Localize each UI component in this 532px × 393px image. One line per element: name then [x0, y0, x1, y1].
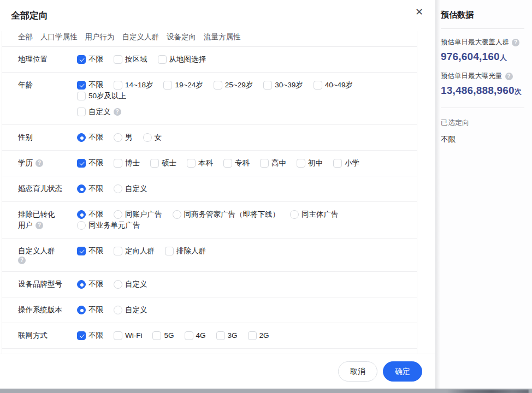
radio-checked-icon [77, 184, 86, 193]
radio-icon [114, 133, 122, 142]
option-label: 25~29岁 [225, 80, 253, 91]
radio-checked-icon [77, 210, 86, 219]
option-checkbox[interactable]: 从地图选择 [158, 54, 206, 65]
option-checkbox[interactable]: 排除人群 [165, 246, 206, 257]
option-line: 不限定向人群排除人群 [77, 246, 411, 257]
checkbox-icon [314, 81, 322, 90]
option-label: 不限 [88, 132, 103, 143]
option-checkbox[interactable]: 不限 [77, 330, 103, 341]
help-icon[interactable]: ? [512, 39, 519, 46]
option-radio[interactable]: 不限 [77, 209, 103, 220]
help-icon[interactable]: ? [505, 73, 513, 80]
category-tab[interactable]: 流量方属性 [204, 32, 241, 42]
row-options: 不限同账户广告同商务管家广告（即将下线）同主体广告同业务单元广告 [77, 209, 411, 231]
option-label: 4G [196, 330, 206, 341]
category-tab[interactable]: 设备定向 [167, 32, 196, 42]
row-label: 性别 [18, 132, 77, 143]
option-label: 同业务单元广告 [88, 220, 140, 231]
option-checkbox[interactable]: 小学 [333, 158, 359, 169]
option-checkbox[interactable]: 高中 [260, 158, 286, 169]
option-checkbox[interactable]: 初中 [297, 158, 323, 169]
option-radio[interactable]: 同账户广告 [114, 209, 162, 220]
option-label: 40~49岁 [325, 80, 353, 91]
option-label: 不限 [88, 209, 103, 220]
checkbox-checked-icon [77, 331, 86, 340]
category-tabs: 全部人口学属性用户行为自定义人群设备定向流量方属性 [2, 31, 417, 47]
metric-value: 13,486,888,960次 [441, 85, 524, 97]
category-tab[interactable]: 自定义人群 [122, 32, 159, 42]
metric-unit: 次 [515, 87, 522, 96]
option-checkbox[interactable]: 4G [185, 330, 206, 341]
option-checkbox[interactable]: 30~39岁 [263, 80, 303, 91]
row-label: 年龄 [18, 80, 77, 117]
option-checkbox[interactable]: 19~24岁 [163, 80, 203, 91]
option-checkbox[interactable]: 50岁及以上 [77, 91, 126, 102]
option-label: 同主体广告 [302, 209, 339, 220]
row-label: 联网方式 [18, 330, 77, 341]
option-radio[interactable]: 自定义 [114, 279, 147, 290]
cancel-button[interactable]: 取消 [338, 361, 377, 382]
option-checkbox[interactable]: 按区域 [114, 54, 147, 65]
option-checkbox[interactable]: 不限 [77, 158, 103, 169]
option-checkbox[interactable]: 不限 [77, 246, 103, 257]
option-label: 不限 [88, 279, 103, 290]
option-label: 不限 [88, 183, 103, 194]
row-label-line: 设备品牌型号 [18, 279, 77, 290]
category-tab[interactable]: 用户行为 [85, 32, 115, 42]
radio-icon [114, 210, 122, 219]
option-radio[interactable]: 不限 [77, 305, 103, 315]
option-checkbox[interactable]: 定向人群 [114, 246, 155, 257]
help-icon[interactable]: ? [36, 159, 43, 167]
help-icon[interactable]: ? [18, 257, 26, 264]
metric-item: 预估单日最大覆盖人群?976,604,160人 [441, 38, 524, 63]
option-checkbox[interactable]: 5G [152, 330, 174, 341]
option-label: 5G [164, 330, 174, 341]
category-tab[interactable]: 全部 [18, 32, 33, 42]
option-checkbox[interactable]: 3G [216, 330, 238, 341]
option-checkbox[interactable]: 专科 [223, 158, 250, 169]
option-radio[interactable]: 同业务单元广告 [77, 220, 140, 231]
option-checkbox[interactable]: 硕士 [150, 158, 176, 169]
option-label: 高中 [271, 158, 286, 169]
option-checkbox[interactable]: 不限 [77, 80, 103, 91]
option-label: 不限 [88, 246, 103, 257]
row-label-text: 排除已转化 [18, 209, 55, 220]
option-checkbox[interactable]: 25~29岁 [214, 80, 253, 91]
targeting-row: 婚恋育儿状态不限自定义 [2, 176, 417, 202]
option-checkbox[interactable]: 不限 [77, 54, 103, 65]
option-radio[interactable]: 自定义 [114, 183, 147, 194]
row-label-line: 操作系统版本 [18, 305, 77, 315]
option-checkbox[interactable]: 40~49岁 [314, 80, 353, 91]
option-radio[interactable]: 男 [114, 132, 133, 143]
option-checkbox[interactable]: 博士 [114, 158, 140, 169]
option-checkbox[interactable]: 自定义? [77, 106, 121, 117]
option-checkbox[interactable]: 2G [248, 330, 269, 341]
option-line: 不限自定义 [77, 305, 411, 315]
option-checkbox[interactable]: Wi-Fi [114, 330, 142, 341]
help-icon[interactable]: ? [36, 222, 43, 229]
option-radio[interactable]: 女 [143, 132, 162, 143]
confirm-button[interactable]: 确定 [383, 361, 422, 382]
checkbox-icon [150, 159, 159, 168]
option-checkbox[interactable]: 本科 [187, 158, 213, 169]
panel-divider [441, 108, 524, 108]
option-radio[interactable]: 自定义 [114, 305, 147, 315]
radio-icon [114, 280, 122, 289]
option-label: 专科 [235, 158, 250, 169]
close-icon[interactable]: ✕ [415, 7, 423, 17]
option-radio[interactable]: 同主体广告 [290, 209, 339, 220]
row-label-text: 设备品牌型号 [18, 279, 62, 290]
option-radio[interactable]: 不限 [77, 132, 103, 143]
targeting-rows: 地理位置不限按区域从地图选择年龄不限14~18岁19~24岁25~29岁30~3… [2, 47, 417, 354]
radio-icon [173, 210, 181, 219]
option-radio[interactable]: 同商务管家广告（即将下线） [173, 209, 280, 220]
help-icon[interactable]: ? [114, 108, 121, 116]
row-options: 不限14~18岁19~24岁25~29岁30~39岁40~49岁50岁及以上自定… [77, 80, 411, 117]
option-radio[interactable]: 不限 [77, 279, 103, 290]
option-label: 14~18岁 [125, 80, 153, 91]
option-checkbox[interactable]: 14~18岁 [114, 80, 153, 91]
option-label: 同商务管家广告（即将下线） [184, 209, 280, 220]
panel-divider [441, 28, 524, 29]
option-radio[interactable]: 不限 [77, 183, 103, 194]
category-tab[interactable]: 人口学属性 [40, 32, 78, 42]
